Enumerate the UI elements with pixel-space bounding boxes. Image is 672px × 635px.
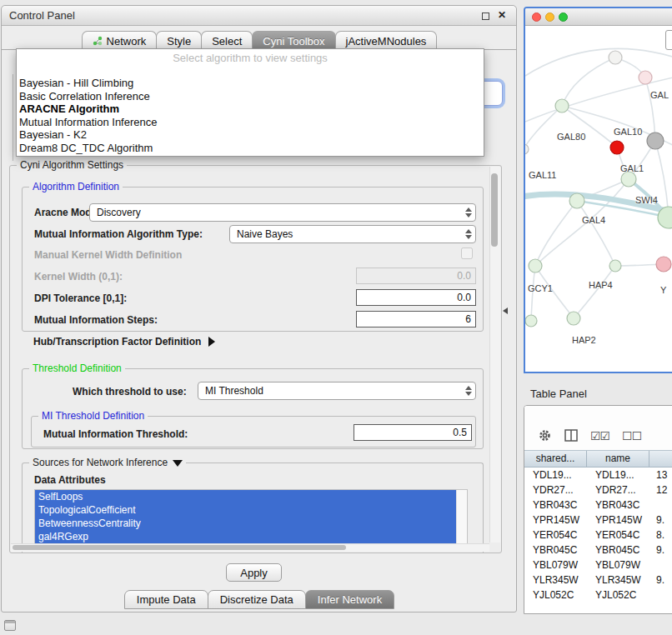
dpi-tolerance-input[interactable] (356, 289, 476, 306)
tab-label: Impute Data (137, 593, 196, 606)
table-row[interactable]: YJL052CYJL052C (524, 588, 672, 602)
network-node[interactable] (609, 51, 622, 64)
table-cell[interactable]: YLR345W (587, 572, 649, 588)
network-node[interactable] (525, 144, 529, 154)
algorithm-option[interactable]: Bayesian - Hill Climbing (17, 77, 484, 90)
which-threshold-select[interactable]: MI Threshold (198, 382, 476, 400)
minimize-traffic-light-icon[interactable] (545, 12, 554, 22)
table-row[interactable]: YPR145WYPR145W9. (524, 512, 672, 528)
mi-algorithm-type-select[interactable]: Naive Bayes (229, 225, 476, 243)
table-cell[interactable] (649, 498, 672, 512)
vertical-scrollbar[interactable] (489, 167, 500, 542)
vertical-scrollbar-thumb[interactable] (491, 173, 498, 247)
table-cell[interactable]: YJL052C (587, 588, 649, 602)
panel-collapse-arrow-icon[interactable] (503, 308, 508, 314)
network-node[interactable] (567, 312, 580, 325)
table-cell[interactable]: YER054C (587, 528, 649, 542)
close-icon[interactable]: ✕ (498, 9, 506, 21)
tab-network[interactable]: Network (82, 31, 158, 50)
network-node[interactable] (555, 99, 569, 112)
table-cell[interactable]: YJL052C (524, 588, 587, 602)
aracne-mode-select[interactable]: Discovery (89, 203, 476, 222)
table-cell[interactable]: YBR043C (524, 498, 587, 512)
table-cell[interactable]: YDL19... (587, 468, 649, 482)
columns-icon[interactable] (564, 429, 578, 442)
network-node[interactable] (529, 259, 542, 272)
table-cell[interactable]: YER054C (524, 528, 587, 542)
list-item[interactable]: SelfLoops (35, 490, 456, 503)
tab-style[interactable]: Style (156, 31, 202, 50)
algorithm-option-selected[interactable]: ARACNE Algorithm (17, 102, 484, 116)
table-cell[interactable]: YBR043C (587, 498, 649, 512)
zoom-traffic-light-icon[interactable] (559, 12, 568, 22)
deselect-all-icon[interactable]: ☐☐ (622, 429, 641, 442)
tab-infer-network[interactable]: Infer Network (305, 590, 394, 609)
network-node[interactable] (647, 132, 664, 149)
table-cell[interactable]: YBL079W (587, 558, 649, 572)
network-node[interactable] (610, 141, 624, 154)
table-cell[interactable]: YBR045C (587, 542, 649, 558)
algorithm-option[interactable]: Basic Correlation Inference (17, 90, 484, 103)
table-row[interactable]: YBL079WYBL079W (524, 558, 672, 572)
table-cell[interactable]: YBR045C (524, 542, 587, 558)
algorithm-option[interactable]: Bayesian - K2 (17, 128, 484, 142)
close-traffic-light-icon[interactable] (532, 12, 541, 22)
sources-expander[interactable]: Sources for Network Inference (29, 457, 186, 468)
column-header-shared-name[interactable]: shared... (524, 451, 587, 467)
table-cell[interactable]: YPR145W (524, 512, 587, 528)
algorithm-option[interactable]: Mutual Information Inference (17, 116, 484, 129)
horizontal-scrollbar[interactable] (11, 543, 489, 552)
table-cell[interactable]: YDR27... (587, 482, 649, 498)
gear-icon[interactable] (538, 428, 552, 442)
table-cell[interactable]: 9. (649, 572, 672, 588)
list-item[interactable]: TopologicalCoefficient (35, 503, 456, 517)
horizontal-scrollbar-thumb[interactable] (13, 545, 346, 550)
birdseye-toggle[interactable] (665, 30, 672, 50)
table-row[interactable]: YDL19...YDL19...13 (524, 468, 672, 482)
table-row[interactable]: YBR045CYBR045C9. (524, 542, 672, 558)
restore-panel-icon[interactable] (4, 620, 16, 631)
tab-discretize-data[interactable]: Discretize Data (208, 590, 306, 609)
mi-algorithm-type-label: Mutual Information Algorithm Type: (34, 228, 203, 240)
table-cell[interactable]: 13 (649, 468, 672, 482)
algorithm-option[interactable]: Dream8 DC_TDC Algorithm (17, 142, 484, 155)
tab-select[interactable]: Select (201, 31, 253, 50)
network-node[interactable] (525, 315, 537, 327)
mi-threshold-input[interactable] (354, 424, 472, 441)
table-row[interactable]: YBR043CYBR043C (524, 498, 672, 512)
list-scrollbar[interactable] (456, 490, 467, 543)
table-cell[interactable]: 12 (649, 482, 672, 498)
column-header-extra[interactable] (649, 451, 672, 467)
mi-steps-input[interactable] (356, 311, 476, 328)
list-item[interactable]: gal4RGexp (35, 530, 456, 543)
table-cell[interactable]: YBL079W (524, 558, 587, 572)
float-icon[interactable] (482, 12, 489, 20)
hub-definition-expander[interactable]: Hub/Transcription Factor Definition (33, 336, 215, 348)
table-row[interactable]: YLR345WYLR345W9. (524, 572, 672, 588)
combo-value: Naive Bayes (237, 228, 293, 240)
table-cell[interactable]: YDR27... (524, 482, 587, 498)
list-item[interactable]: BetweennessCentrality (35, 517, 456, 530)
table-row[interactable]: YER054CYER054C8. (524, 528, 672, 542)
tab-jactivemodules[interactable]: jActiveMNodules (335, 31, 438, 50)
table-cell[interactable]: 9. (649, 542, 672, 558)
network-node[interactable] (656, 257, 671, 272)
table-cell[interactable] (649, 588, 672, 602)
table-cell[interactable] (649, 558, 672, 572)
tab-impute-data[interactable]: Impute Data (124, 590, 208, 609)
table-row[interactable]: YDR27...YDR27...12 (524, 482, 672, 498)
column-header-name[interactable]: name (587, 451, 649, 467)
select-all-icon[interactable]: ☑☑ (590, 429, 609, 442)
table-cell[interactable]: YPR145W (587, 512, 649, 528)
network-node[interactable] (609, 260, 621, 272)
network-node[interactable] (621, 172, 636, 187)
table-cell[interactable]: 9. (649, 512, 672, 528)
network-node[interactable] (569, 193, 584, 208)
table-cell[interactable]: YLR345W (524, 572, 587, 588)
apply-button[interactable]: Apply (226, 563, 282, 582)
tab-cyni-toolbox[interactable]: Cyni Toolbox (252, 31, 335, 50)
network-node[interactable] (639, 71, 652, 84)
table-cell[interactable]: YDL19... (524, 468, 587, 482)
mi-steps-label: Mutual Information Steps: (34, 314, 158, 326)
table-cell[interactable]: 8. (649, 528, 672, 542)
